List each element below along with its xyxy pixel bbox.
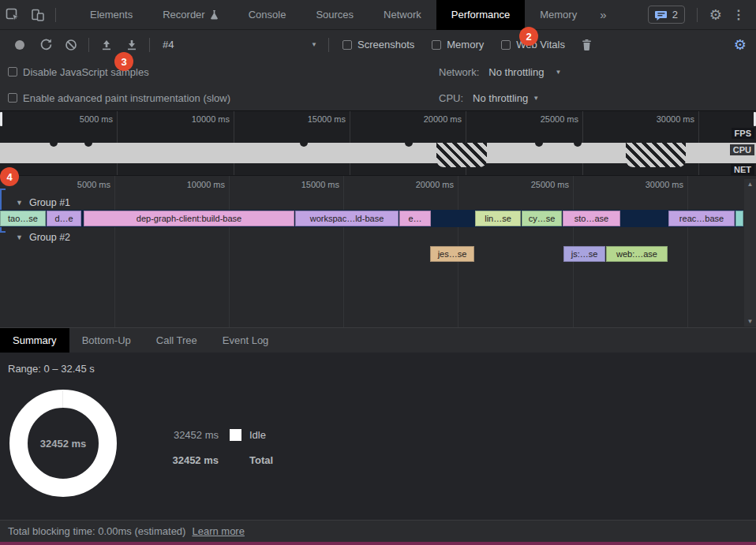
tab-performance[interactable]: Performance xyxy=(436,0,525,30)
tab-label: Performance xyxy=(451,9,510,21)
step-badge-3: 3 xyxy=(114,52,133,71)
detail-tab-event-log[interactable]: Event Log xyxy=(210,328,282,353)
flame-scrollbar[interactable]: ▲ ▼ xyxy=(744,179,756,327)
divider xyxy=(328,38,329,52)
flame-tick-label: 20000 ms xyxy=(416,180,454,189)
flame-bar[interactable]: dep-graph-client:build-base xyxy=(84,211,294,226)
detail-tab-summary[interactable]: Summary xyxy=(0,328,69,353)
lane-label-net: NET xyxy=(731,164,754,175)
cpu-throttle-select[interactable]: No throttling xyxy=(473,92,528,104)
tab-network[interactable]: Network xyxy=(369,0,436,30)
flame-bar[interactable]: sto…ase xyxy=(563,211,620,226)
overview-left-handle[interactable] xyxy=(0,112,2,126)
summary-legend: 32452 msIdle32452 msTotal xyxy=(163,422,273,472)
load-profile-icon[interactable] xyxy=(96,35,117,55)
detail-tab-call-tree[interactable]: Call Tree xyxy=(144,328,210,353)
checkbox-box[interactable] xyxy=(501,40,511,50)
flame-track-2: jes…sejs:…seweb:…ase xyxy=(0,245,743,263)
trash-icon[interactable] xyxy=(577,35,597,55)
step-badge-2: 2 xyxy=(519,27,538,46)
lane-label-fps: FPS xyxy=(732,128,754,139)
more-tabs-chevron[interactable]: » xyxy=(592,8,614,21)
divider xyxy=(55,8,56,22)
tab-memory[interactable]: Memory xyxy=(525,0,592,30)
screenshots-checkbox[interactable]: Screenshots xyxy=(342,39,414,50)
memory-checkbox[interactable]: Memory xyxy=(432,39,484,50)
session-label: #4 xyxy=(163,39,174,50)
overview-tick-label: 10000 ms xyxy=(192,114,230,124)
tab-label: Sources xyxy=(316,9,354,21)
group-header-2[interactable]: ▼Group #2 xyxy=(0,230,70,245)
checkbox-box[interactable] xyxy=(8,93,17,103)
legend-value: 32452 ms xyxy=(163,454,219,466)
summary-pane: Range: 0 – 32.45 s 32452 ms 32452 msIdle… xyxy=(0,353,756,520)
network-throttle-select[interactable]: No throttling xyxy=(488,66,544,78)
capture-options: ScreenshotsMemoryWeb Vitals xyxy=(334,39,574,50)
legend-row-idle: 32452 msIdle xyxy=(163,422,273,447)
tab-recorder[interactable]: Recorder xyxy=(148,0,233,30)
record-button[interactable] xyxy=(15,40,24,50)
flame-bar[interactable]: js:…se xyxy=(563,246,605,262)
advanced-paint-checkbox[interactable]: Enable advanced paint instrumentation (s… xyxy=(8,92,230,104)
devtools-tab-bar: ElementsRecorderConsoleSourcesNetworkPer… xyxy=(0,0,756,30)
panel-tabs: ElementsRecorderConsoleSourcesNetworkPer… xyxy=(75,0,592,30)
flame-bar[interactable]: tao…se xyxy=(0,211,46,226)
cpu-throttle-control: CPU: No throttling ▼ xyxy=(439,92,539,104)
settings-row-js-samples: Disable JavaScript samples Network: No t… xyxy=(0,59,756,84)
capture-settings-gear-icon[interactable]: ⚙ xyxy=(734,38,747,52)
tab-console[interactable]: Console xyxy=(234,0,301,30)
flame-bar[interactable]: web:…ase xyxy=(606,246,668,262)
flame-bar[interactable]: lin…se xyxy=(475,211,521,226)
tab-sources[interactable]: Sources xyxy=(301,0,369,30)
detail-tabs-bar: SummaryBottom-UpCall TreeEvent Log xyxy=(0,328,756,353)
checkbox-box[interactable] xyxy=(432,40,441,50)
step-badge-4: 4 xyxy=(0,167,19,186)
tab-label: Recorder xyxy=(163,9,204,21)
group-label: Group #2 xyxy=(29,232,70,243)
collapse-arrow-icon[interactable]: ▼ xyxy=(16,199,23,207)
range-label: Range: 0 – 32.45 s xyxy=(8,363,95,375)
clear-recording-icon[interactable] xyxy=(61,35,81,55)
more-options-icon[interactable]: ⋮ xyxy=(729,7,748,22)
chevron-down-icon[interactable]: ▼ xyxy=(533,95,539,102)
settings-gear-icon[interactable]: ⚙ xyxy=(709,8,722,22)
flame-bar[interactable]: reac…base xyxy=(668,211,735,226)
issues-counter[interactable]: 2 xyxy=(648,6,685,24)
checkbox-label: Memory xyxy=(447,39,484,50)
group-header-1[interactable]: ▼Group #1 xyxy=(0,196,70,210)
scroll-down-icon[interactable]: ▼ xyxy=(747,318,754,325)
learn-more-link[interactable]: Learn more xyxy=(192,525,244,537)
scroll-up-icon[interactable]: ▲ xyxy=(747,181,754,188)
flame-bar[interactable]: e… xyxy=(399,211,431,226)
legend-swatch xyxy=(230,429,241,441)
flame-bar[interactable]: jes…se xyxy=(430,246,474,262)
devtools-window: ElementsRecorderConsoleSourcesNetworkPer… xyxy=(0,0,756,545)
legend-label: Total xyxy=(249,454,273,466)
tab-label: Network xyxy=(384,9,421,21)
device-toolbar-icon[interactable] xyxy=(28,5,48,25)
flame-chart[interactable]: ▲ ▼ 5000 ms10000 ms15000 ms20000 ms25000… xyxy=(0,175,756,328)
flame-bar[interactable]: workspac…ld-base xyxy=(295,211,399,226)
desktop-edge-strip xyxy=(0,542,756,545)
chevron-down-icon[interactable]: ▼ xyxy=(555,69,561,76)
checkbox-box[interactable] xyxy=(8,67,17,77)
overview-tick-label: 5000 ms xyxy=(80,114,113,124)
tab-label: Elements xyxy=(90,9,133,21)
flame-bar[interactable]: d…e xyxy=(47,211,81,226)
checkbox-label: Enable advanced paint instrumentation (s… xyxy=(23,92,230,104)
detail-tab-bottom-up[interactable]: Bottom-Up xyxy=(69,328,144,353)
collapse-arrow-icon[interactable]: ▼ xyxy=(16,233,23,241)
tab-label: Console xyxy=(249,9,286,21)
inspect-element-icon[interactable] xyxy=(2,5,23,25)
flame-bar[interactable]: cy…se xyxy=(522,211,562,226)
checkbox-box[interactable] xyxy=(342,40,352,50)
reload-and-record-icon[interactable] xyxy=(36,35,56,55)
timeline-overview[interactable]: 5000 ms10000 ms15000 ms20000 ms25000 ms3… xyxy=(0,110,756,175)
tab-elements[interactable]: Elements xyxy=(75,0,148,30)
flame-bar[interactable] xyxy=(735,211,743,226)
performance-toolbar: #4 ▼ ScreenshotsMemoryWeb Vitals ⚙ xyxy=(0,30,756,59)
status-footer: Total blocking time: 0.00ms (estimated) … xyxy=(0,520,756,542)
recording-session-select[interactable]: #4 ▼ xyxy=(163,39,317,50)
issues-count-label: 2 xyxy=(672,9,678,21)
network-throttle-control: Network: No throttling ▼ xyxy=(439,66,561,78)
